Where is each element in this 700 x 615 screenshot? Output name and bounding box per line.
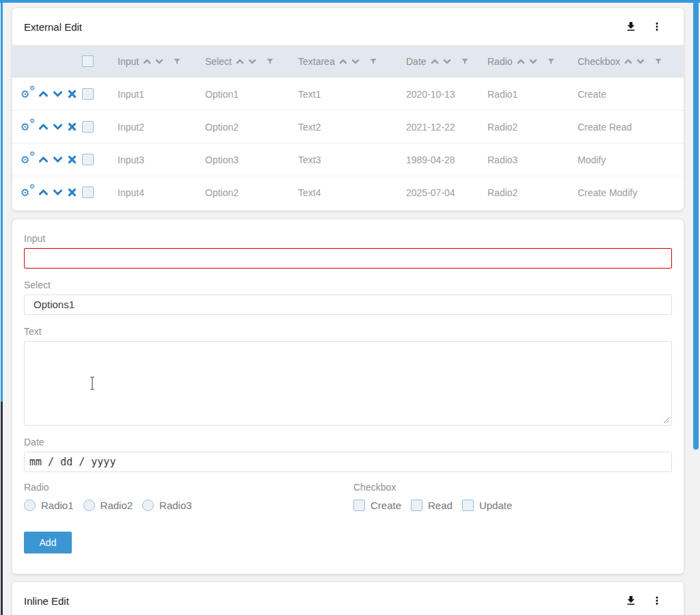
cell-textarea: Text4 xyxy=(298,187,406,198)
row-delete-icon[interactable] xyxy=(67,187,77,197)
column-label: Radio xyxy=(487,56,513,67)
cell-radio: Radio2 xyxy=(487,187,578,198)
download-icon[interactable] xyxy=(625,594,637,607)
sort-asc-icon[interactable] xyxy=(624,57,632,66)
row-delete-icon[interactable] xyxy=(67,89,77,99)
row-checkbox[interactable] xyxy=(82,187,94,198)
radio-option-label: Radio3 xyxy=(159,500,192,511)
sort-asc-icon[interactable] xyxy=(236,57,244,66)
sort-desc-icon[interactable] xyxy=(636,57,645,66)
filter-icon[interactable] xyxy=(266,57,274,66)
sort-asc-icon[interactable] xyxy=(339,57,347,66)
text-label: Text xyxy=(24,326,672,338)
filter-icon[interactable] xyxy=(173,57,181,66)
kebab-menu-icon[interactable] xyxy=(651,594,663,607)
checkbox-group: Create Read Update xyxy=(353,500,672,511)
row-delete-icon[interactable] xyxy=(67,154,77,165)
row-delete-icon[interactable] xyxy=(67,122,77,132)
row-move-up-icon[interactable] xyxy=(38,89,49,99)
radio-option-label: Radio2 xyxy=(100,500,133,511)
download-icon[interactable] xyxy=(625,20,637,33)
checkbox-option-label: Create xyxy=(371,500,401,511)
cell-input: Input1 xyxy=(118,89,205,100)
cell-select: Option2 xyxy=(205,122,298,133)
cell-textarea: Text2 xyxy=(298,122,406,133)
checkbox[interactable] xyxy=(353,500,365,511)
column-label: Date xyxy=(406,56,427,67)
row-move-down-icon[interactable] xyxy=(53,154,63,165)
column-label: Select xyxy=(205,56,232,67)
cell-textarea: Text3 xyxy=(298,154,406,165)
row-checkbox[interactable] xyxy=(82,121,94,133)
cell-checkbox: Create xyxy=(578,89,684,100)
sort-desc-icon[interactable] xyxy=(443,57,451,66)
date-input[interactable]: mm / dd / yyyy xyxy=(24,452,672,472)
column-header-input: Input xyxy=(118,56,205,67)
filter-icon[interactable] xyxy=(654,57,662,66)
sort-asc-icon[interactable] xyxy=(143,57,151,66)
checkbox[interactable] xyxy=(462,500,474,511)
row-settings-icon[interactable]: ⚙⚙ xyxy=(21,121,34,133)
row-move-down-icon[interactable] xyxy=(53,89,63,99)
cell-input: Input2 xyxy=(118,122,205,133)
cell-date: 2025-07-04 xyxy=(406,187,487,198)
table-row: ⚙⚙ Input1 Option1 Text1 2020-10-13 Radio… xyxy=(12,77,684,110)
checkbox-group-label: Checkbox xyxy=(353,482,672,493)
filter-icon[interactable] xyxy=(547,57,555,66)
row-settings-icon[interactable]: ⚙⚙ xyxy=(21,154,34,166)
cell-date: 2020-10-13 xyxy=(406,89,487,100)
textarea-field[interactable] xyxy=(24,341,672,426)
table-row: ⚙⚙ Input4 Option2 Text4 2025-07-04 Radio… xyxy=(12,176,684,208)
column-label: Input xyxy=(118,56,139,67)
cell-checkbox: Modify xyxy=(578,154,684,165)
kebab-menu-icon[interactable] xyxy=(651,20,663,33)
vertical-scrollbar-thumb[interactable] xyxy=(693,1,699,450)
cell-date: 1989-04-28 xyxy=(406,154,487,165)
sort-desc-icon[interactable] xyxy=(155,57,163,66)
add-button[interactable]: Add xyxy=(24,532,72,554)
cell-radio: Radio2 xyxy=(487,122,578,133)
cog-small-icon: ⚙ xyxy=(29,151,35,157)
row-settings-icon[interactable]: ⚙⚙ xyxy=(21,88,34,100)
table-header-row: Input Select Textarea Date Radio xyxy=(12,45,684,77)
select-input[interactable]: Options1 xyxy=(24,295,672,315)
row-checkbox[interactable] xyxy=(82,88,94,100)
sort-desc-icon[interactable] xyxy=(248,57,256,66)
row-move-down-icon[interactable] xyxy=(53,122,63,132)
filter-icon[interactable] xyxy=(461,57,469,66)
radio-button[interactable] xyxy=(142,500,154,511)
cell-select: Option3 xyxy=(205,154,298,165)
checkbox-option-label: Read xyxy=(428,500,453,511)
cell-radio: Radio3 xyxy=(487,154,578,165)
radio-group-label: Radio xyxy=(24,482,353,493)
row-move-down-icon[interactable] xyxy=(53,187,63,197)
row-move-up-icon[interactable] xyxy=(38,154,49,165)
row-checkbox[interactable] xyxy=(82,154,94,165)
cell-textarea: Text1 xyxy=(298,89,406,100)
row-move-up-icon[interactable] xyxy=(38,122,49,132)
row-move-up-icon[interactable] xyxy=(38,187,49,197)
input-label: Input xyxy=(24,233,672,245)
column-header-textarea: Textarea xyxy=(298,56,406,67)
card-title: Inline Edit xyxy=(24,595,625,607)
radio-button[interactable] xyxy=(24,500,36,511)
column-label: Textarea xyxy=(298,56,335,67)
select-all-checkbox[interactable] xyxy=(82,55,94,67)
sort-desc-icon[interactable] xyxy=(351,57,360,66)
input-field[interactable] xyxy=(24,248,672,269)
radio-button[interactable] xyxy=(83,500,95,511)
cog-small-icon: ⚙ xyxy=(29,118,35,124)
filter-icon[interactable] xyxy=(369,57,377,66)
sort-asc-icon[interactable] xyxy=(431,57,439,66)
row-settings-icon[interactable]: ⚙⚙ xyxy=(21,187,34,199)
checkbox-option-label: Update xyxy=(479,500,512,511)
checkbox[interactable] xyxy=(411,500,422,511)
inline-edit-card: Inline Edit xyxy=(12,582,684,615)
external-edit-card: External Edit Input Select Textarea Date xyxy=(12,8,684,210)
date-label: Date xyxy=(24,437,672,448)
left-edge-line-dark xyxy=(1,402,3,615)
sort-asc-icon[interactable] xyxy=(517,57,525,66)
radio-option-label: Radio1 xyxy=(41,500,74,511)
cell-checkbox: Create Modify xyxy=(578,187,684,198)
sort-desc-icon[interactable] xyxy=(529,57,537,66)
